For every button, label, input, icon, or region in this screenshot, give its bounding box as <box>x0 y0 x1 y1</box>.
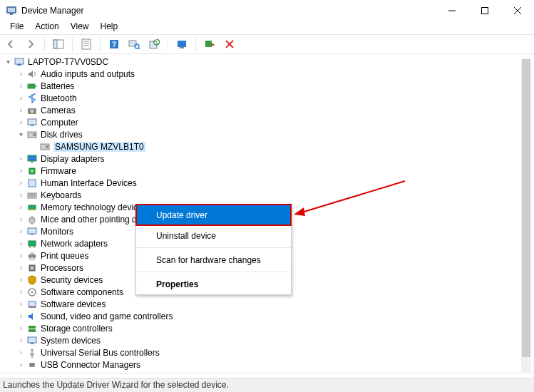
svg-rect-2 <box>10 14 13 15</box>
expand-icon[interactable]: › <box>17 155 25 163</box>
expand-icon[interactable]: › <box>17 336 25 344</box>
context-menu-update-driver[interactable]: Update driver <box>136 205 291 225</box>
show-hide-tree-icon[interactable] <box>51 36 66 52</box>
collapse-icon[interactable]: ▾ <box>17 130 25 138</box>
back-button[interactable] <box>3 36 19 52</box>
tree-node-audio[interactable]: ›Audio inputs and outputs <box>0 68 534 80</box>
tree-item-label: SAMSUNG MZVLB1T0 <box>53 142 145 152</box>
context-menu-properties[interactable]: Properties <box>136 274 291 294</box>
tree-item-label: USB Connector Managers <box>41 360 140 370</box>
svg-rect-21 <box>205 41 212 47</box>
svg-point-33 <box>33 133 36 136</box>
processor-icon <box>26 262 38 274</box>
tree-item-label: Memory technology devices <box>41 202 147 212</box>
sound-icon <box>26 311 38 322</box>
expand-icon[interactable]: › <box>17 300 25 308</box>
expand-icon[interactable]: › <box>17 361 25 368</box>
expand-icon[interactable]: › <box>17 167 25 175</box>
context-menu: Update driver Uninstall device Scan for … <box>135 204 292 295</box>
svg-rect-24 <box>15 58 24 64</box>
context-menu-separator <box>136 272 291 272</box>
expand-icon[interactable]: › <box>17 288 25 296</box>
toolbar-separator <box>100 37 101 51</box>
tree-item-label: Human Interface Devices <box>41 178 137 188</box>
computer-icon <box>26 117 38 128</box>
expand-icon[interactable]: › <box>17 264 25 272</box>
svg-rect-1 <box>8 8 15 12</box>
tree-root[interactable]: ▾ LAPTOP-T7VV0SDC <box>0 56 534 68</box>
security-icon <box>26 274 38 286</box>
expand-icon[interactable]: › <box>17 215 25 223</box>
tree-node-usb-connector[interactable]: ›USB Connector Managers <box>0 359 534 371</box>
menu-view[interactable]: View <box>65 21 95 34</box>
expand-icon[interactable]: › <box>17 106 25 114</box>
tree-root-label: LAPTOP-T7VV0SDC <box>28 57 108 67</box>
tree-node-cameras[interactable]: ›Cameras <box>0 104 534 116</box>
audio-icon <box>26 68 38 80</box>
menu-action[interactable]: Action <box>29 21 64 34</box>
svg-rect-8 <box>53 40 57 48</box>
expand-icon[interactable]: › <box>17 82 25 90</box>
help-icon[interactable]: ? <box>106 36 122 52</box>
svg-rect-54 <box>30 252 34 254</box>
tree-item-label: Software components <box>41 287 123 297</box>
minimize-button[interactable] <box>436 0 468 21</box>
tree-node-computer[interactable]: ›Computer <box>0 116 534 128</box>
expand-icon[interactable]: › <box>17 179 25 187</box>
tree-node-keyboards[interactable]: ›Keyboards <box>0 189 534 201</box>
tree-node-disk-drives[interactable]: ▾Disk drives <box>0 128 534 140</box>
svg-rect-26 <box>28 84 35 88</box>
svg-point-51 <box>29 247 31 248</box>
context-menu-separator <box>136 247 291 248</box>
close-button[interactable] <box>501 0 534 21</box>
tree-node-software-devices[interactable]: ›Software devices <box>0 298 534 310</box>
context-menu-uninstall[interactable]: Uninstall device <box>136 225 291 246</box>
forward-button[interactable] <box>23 36 38 52</box>
maximize-button[interactable] <box>468 0 501 21</box>
expand-icon[interactable]: › <box>17 94 25 102</box>
tree-node-system[interactable]: ›System devices <box>0 334 534 346</box>
svg-rect-67 <box>29 363 35 367</box>
svg-rect-36 <box>28 155 36 161</box>
tree-node-samsung-drive[interactable]: SAMSUNG MZVLB1T0 <box>0 140 534 153</box>
tree-node-bluetooth[interactable]: ›Bluetooth <box>0 92 534 104</box>
tree-item-label: Bluetooth <box>41 93 77 103</box>
tree-node-batteries[interactable]: ›Batteries <box>0 80 534 92</box>
expand-icon[interactable]: › <box>17 276 25 284</box>
expand-icon[interactable]: › <box>17 191 25 199</box>
expand-icon[interactable]: › <box>17 203 25 211</box>
properties-icon[interactable] <box>78 36 94 52</box>
tree-node-display[interactable]: ›Display adapters <box>0 153 534 165</box>
context-menu-scan[interactable]: Scan for hardware changes <box>136 249 291 270</box>
tree-item-label: Display adapters <box>41 154 104 164</box>
device-tree-area[interactable]: ▾ LAPTOP-T7VV0SDC ›Audio inputs and outp… <box>0 54 534 373</box>
tree-node-usb[interactable]: ›Universal Serial Bus controllers <box>0 346 534 359</box>
disable-device-icon[interactable] <box>202 36 217 52</box>
tree-node-hid[interactable]: ›Human Interface Devices <box>0 177 534 189</box>
scan-hardware-icon[interactable] <box>126 36 142 52</box>
scrollbar-thumb[interactable] <box>522 59 530 357</box>
uninstall-device-icon[interactable] <box>222 36 237 52</box>
keyboard-icon <box>26 190 38 201</box>
collapse-icon[interactable]: ▾ <box>4 58 12 66</box>
expand-icon[interactable]: › <box>17 239 25 247</box>
menu-file[interactable]: File <box>4 21 29 34</box>
vertical-scrollbar[interactable] <box>521 58 531 372</box>
monitor-icon <box>26 226 38 237</box>
expand-icon[interactable]: › <box>17 70 25 78</box>
window-controls <box>436 0 534 21</box>
tree-node-sound[interactable]: ›Sound, video and game controllers <box>0 310 534 322</box>
expand-icon[interactable]: › <box>17 227 25 235</box>
toolbar-separator <box>168 37 168 51</box>
update-driver-icon[interactable] <box>146 36 162 52</box>
expand-icon[interactable]: › <box>17 252 25 259</box>
expand-icon[interactable]: › <box>17 324 25 332</box>
tree-node-storage[interactable]: ›Storage controllers <box>0 322 534 334</box>
expand-icon[interactable]: › <box>17 312 25 320</box>
menu-help[interactable]: Help <box>95 21 124 34</box>
tree-item-label: Universal Serial Bus controllers <box>41 348 160 358</box>
enable-device-icon[interactable] <box>174 36 190 52</box>
tree-node-firmware[interactable]: ›Firmware <box>0 165 534 177</box>
expand-icon[interactable]: › <box>17 118 25 126</box>
expand-icon[interactable]: › <box>17 349 25 356</box>
